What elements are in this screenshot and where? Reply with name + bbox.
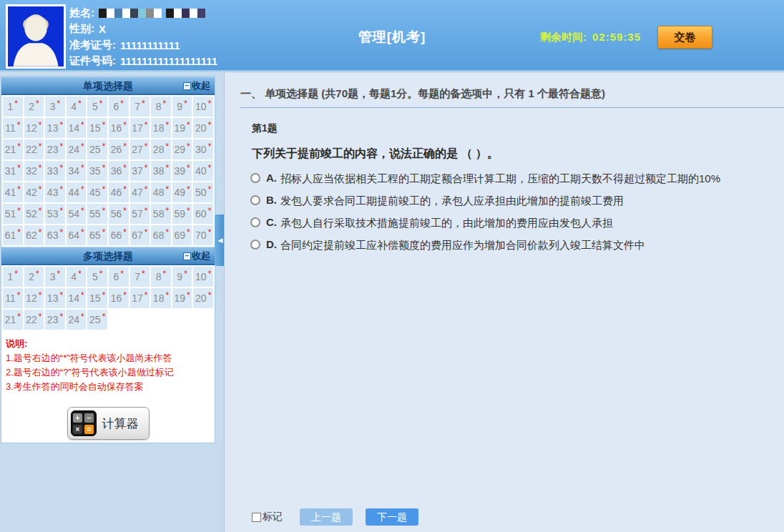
question-cell-64[interactable]: 64* <box>67 225 87 245</box>
question-cell-9[interactable]: 9* <box>172 267 192 287</box>
question-cell-43[interactable]: 43* <box>45 182 65 202</box>
question-cell-36[interactable]: 36* <box>109 161 129 181</box>
question-cell-25[interactable]: 25* <box>87 139 107 159</box>
question-cell-58[interactable]: 58* <box>151 204 171 224</box>
question-cell-13[interactable]: 13* <box>45 118 65 138</box>
radio-button-icon[interactable] <box>250 217 260 227</box>
question-cell-55[interactable]: 55* <box>87 204 107 224</box>
question-cell-66[interactable]: 66* <box>109 225 129 245</box>
question-cell-68[interactable]: 68* <box>151 225 171 245</box>
question-cell-1[interactable]: 1* <box>3 97 23 117</box>
question-cell-2[interactable]: 2* <box>24 97 44 117</box>
question-cell-70[interactable]: 70* <box>193 225 213 245</box>
question-cell-45[interactable]: 45* <box>87 182 107 202</box>
radio-button-icon[interactable] <box>250 173 260 183</box>
question-cell-41[interactable]: 41* <box>3 182 23 202</box>
question-cell-52[interactable]: 52* <box>24 204 44 224</box>
question-cell-39[interactable]: 39* <box>172 161 192 181</box>
question-cell-65[interactable]: 65* <box>87 225 107 245</box>
question-cell-5[interactable]: 5* <box>87 267 107 287</box>
question-cell-38[interactable]: 38* <box>151 161 171 181</box>
question-cell-22[interactable]: 22* <box>24 310 44 330</box>
next-question-button[interactable]: 下一题 <box>366 508 418 526</box>
question-cell-62[interactable]: 62* <box>24 225 44 245</box>
question-cell-16[interactable]: 16* <box>109 288 129 308</box>
question-cell-10[interactable]: 10* <box>193 97 213 117</box>
question-cell-32[interactable]: 32* <box>24 161 44 181</box>
calculator-button[interactable]: + − × = 计算器 <box>67 407 150 440</box>
question-cell-17[interactable]: 17* <box>130 288 150 308</box>
question-cell-10[interactable]: 10* <box>193 267 213 287</box>
radio-button-icon[interactable] <box>250 195 260 205</box>
question-cell-1[interactable]: 1* <box>3 267 23 287</box>
question-cell-23[interactable]: 23* <box>45 310 65 330</box>
question-cell-12[interactable]: 12* <box>24 288 44 308</box>
question-cell-4[interactable]: 4* <box>67 97 87 117</box>
question-cell-20[interactable]: 20* <box>193 288 213 308</box>
question-cell-26[interactable]: 26* <box>109 139 129 159</box>
question-cell-8[interactable]: 8* <box>151 267 171 287</box>
question-cell-4[interactable]: 4* <box>67 267 87 287</box>
question-cell-60[interactable]: 60* <box>193 204 213 224</box>
previous-question-button[interactable]: 上一题 <box>300 508 353 526</box>
question-cell-15[interactable]: 15* <box>87 118 107 138</box>
question-cell-8[interactable]: 8* <box>151 97 171 117</box>
question-cell-61[interactable]: 61* <box>3 225 23 245</box>
question-cell-21[interactable]: 21* <box>3 310 23 330</box>
question-cell-2[interactable]: 2* <box>24 267 44 287</box>
question-cell-50[interactable]: 50* <box>193 182 213 202</box>
question-cell-11[interactable]: 11* <box>3 288 23 308</box>
submit-paper-button[interactable]: 交卷 <box>657 26 712 49</box>
question-cell-19[interactable]: 19* <box>172 118 192 138</box>
option-B[interactable]: B.发包人要求合同工期提前竣工的，承包人应承担由此增加的提前竣工费用 <box>250 194 784 208</box>
question-cell-6[interactable]: 6* <box>109 267 129 287</box>
question-cell-5[interactable]: 5* <box>87 97 107 117</box>
question-cell-35[interactable]: 35* <box>87 161 107 181</box>
question-cell-51[interactable]: 51* <box>3 204 23 224</box>
question-cell-67[interactable]: 67* <box>130 225 150 245</box>
question-cell-33[interactable]: 33* <box>45 161 65 181</box>
single-choice-collapse-button[interactable]: − 收起 <box>183 77 210 94</box>
question-cell-13[interactable]: 13* <box>45 288 65 308</box>
question-cell-20[interactable]: 20* <box>193 118 213 138</box>
question-cell-18[interactable]: 18* <box>151 118 171 138</box>
question-cell-48[interactable]: 48* <box>151 182 171 202</box>
question-cell-14[interactable]: 14* <box>67 118 87 138</box>
question-cell-23[interactable]: 23* <box>45 139 65 159</box>
question-cell-56[interactable]: 56* <box>109 204 129 224</box>
question-cell-49[interactable]: 49* <box>172 182 192 202</box>
question-cell-22[interactable]: 22* <box>24 139 44 159</box>
question-cell-16[interactable]: 16* <box>109 118 129 138</box>
question-cell-30[interactable]: 30* <box>193 139 213 159</box>
mark-checkbox[interactable] <box>252 513 261 522</box>
question-cell-21[interactable]: 21* <box>3 139 23 159</box>
question-cell-3[interactable]: 3* <box>45 97 65 117</box>
question-cell-11[interactable]: 11* <box>3 118 23 138</box>
question-cell-24[interactable]: 24* <box>67 310 87 330</box>
question-cell-14[interactable]: 14* <box>67 288 87 308</box>
question-cell-6[interactable]: 6* <box>109 97 129 117</box>
question-cell-7[interactable]: 7* <box>130 267 150 287</box>
question-cell-54[interactable]: 54* <box>67 204 87 224</box>
question-cell-46[interactable]: 46* <box>109 182 129 202</box>
question-cell-53[interactable]: 53* <box>45 204 65 224</box>
radio-button-icon[interactable] <box>250 240 260 250</box>
option-C[interactable]: C.承包人自行采取技术措施提前竣工的，由此增加的费用应由发包人承担 <box>250 216 784 230</box>
question-cell-17[interactable]: 17* <box>130 118 150 138</box>
question-cell-18[interactable]: 18* <box>151 288 171 308</box>
question-cell-44[interactable]: 44* <box>67 182 87 202</box>
question-cell-47[interactable]: 47* <box>130 182 150 202</box>
question-cell-37[interactable]: 37* <box>130 161 150 181</box>
option-A[interactable]: A.招标人应当依据相关工程的工期定额合理计算工期，压缩的工期天数不得超过额定工期… <box>250 172 784 186</box>
question-cell-29[interactable]: 29* <box>172 139 192 159</box>
question-cell-25[interactable]: 25* <box>87 310 107 330</box>
question-cell-7[interactable]: 7* <box>130 97 150 117</box>
question-cell-28[interactable]: 28* <box>151 139 171 159</box>
question-cell-9[interactable]: 9* <box>172 97 192 117</box>
question-cell-40[interactable]: 40* <box>193 161 213 181</box>
option-D[interactable]: D.合同约定提前竣工应补偿额度的费用应作为增加合同价款列入竣工结算文件中 <box>250 238 784 252</box>
question-cell-12[interactable]: 12* <box>24 118 44 138</box>
question-cell-19[interactable]: 19* <box>172 288 192 308</box>
question-cell-57[interactable]: 57* <box>130 204 150 224</box>
question-cell-27[interactable]: 27* <box>130 139 150 159</box>
